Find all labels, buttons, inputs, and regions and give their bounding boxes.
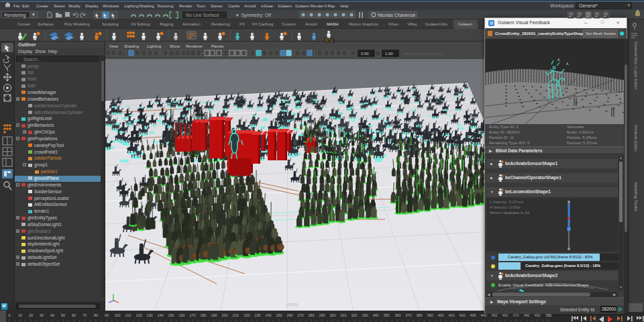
svg-text:persp: persp bbox=[286, 302, 299, 307]
